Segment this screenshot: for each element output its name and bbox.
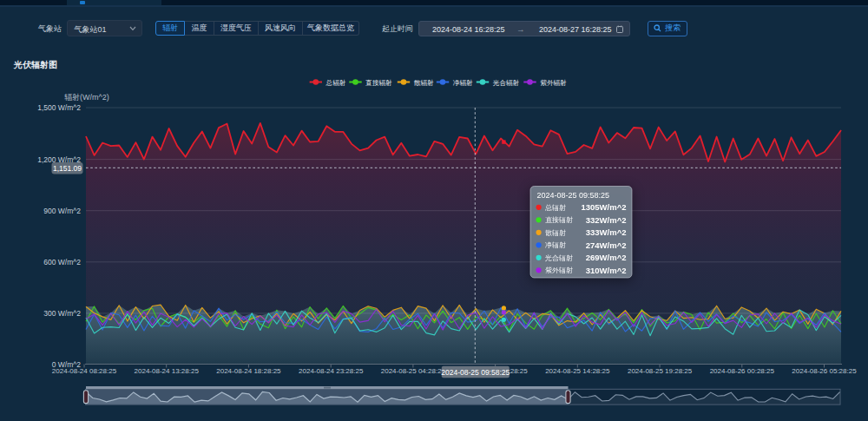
svg-text:紫外辐射: 紫外辐射: [545, 266, 573, 274]
svg-text:净辐射: 净辐射: [453, 79, 473, 87]
svg-text:300 W/m^2: 300 W/m^2: [43, 309, 81, 318]
svg-text:1,151.09: 1,151.09: [53, 164, 82, 173]
svg-text:332W/m^2: 332W/m^2: [586, 215, 627, 225]
svg-text:2024-08-25 09:58:25: 2024-08-25 09:58:25: [441, 368, 510, 377]
svg-text:269W/m^2: 269W/m^2: [586, 253, 627, 262]
svg-text:2024-08-24 08:28:25: 2024-08-24 08:28:25: [52, 367, 117, 375]
svg-text:2024-08-25 09:58:25: 2024-08-25 09:58:25: [537, 191, 610, 200]
svg-text:散辐射: 散辐射: [414, 79, 434, 87]
svg-text:2024-08-24 23:28:25: 2024-08-24 23:28:25: [299, 367, 364, 375]
svg-text:直接辐射: 直接辐射: [545, 216, 573, 224]
svg-text:1305W/m^2: 1305W/m^2: [581, 202, 626, 212]
svg-text:333W/m^2: 333W/m^2: [586, 227, 627, 237]
svg-text:2024-08-26 05:28:25: 2024-08-26 05:28:25: [792, 367, 857, 375]
svg-text:1,500 W/m^2: 1,500 W/m^2: [37, 103, 81, 112]
svg-text:散辐射: 散辐射: [545, 229, 566, 237]
svg-text:紫外辐射: 紫外辐射: [540, 79, 567, 87]
svg-text:2024-08-25 14:28:25: 2024-08-25 14:28:25: [545, 367, 610, 375]
svg-text:光合辐射: 光合辐射: [545, 254, 573, 262]
svg-text:2024-08-25 04:28:25: 2024-08-25 04:28:25: [381, 367, 446, 375]
svg-text:光合辐射: 光合辐射: [493, 79, 520, 87]
svg-text:净辐射: 净辐射: [545, 241, 566, 249]
svg-text:600 W/m^2: 600 W/m^2: [43, 258, 81, 266]
svg-text:2024-08-25 19:28:25: 2024-08-25 19:28:25: [628, 367, 693, 375]
svg-text:2024-08-26 00:28:25: 2024-08-26 00:28:25: [710, 367, 775, 375]
svg-text:总辐射: 总辐射: [326, 79, 346, 87]
svg-text:274W/m^2: 274W/m^2: [586, 240, 627, 250]
svg-text:2024-08-24 13:28:25: 2024-08-24 13:28:25: [135, 367, 200, 375]
svg-text:900 W/m^2: 900 W/m^2: [43, 207, 81, 215]
svg-text:直接辐射: 直接辐射: [365, 79, 392, 87]
svg-text:总辐射: 总辐射: [544, 204, 566, 212]
svg-text:辐射(W/m^2): 辐射(W/m^2): [64, 93, 109, 102]
svg-text:2024-08-24 18:28:25: 2024-08-24 18:28:25: [216, 367, 281, 375]
svg-text:310W/m^2: 310W/m^2: [586, 266, 627, 275]
